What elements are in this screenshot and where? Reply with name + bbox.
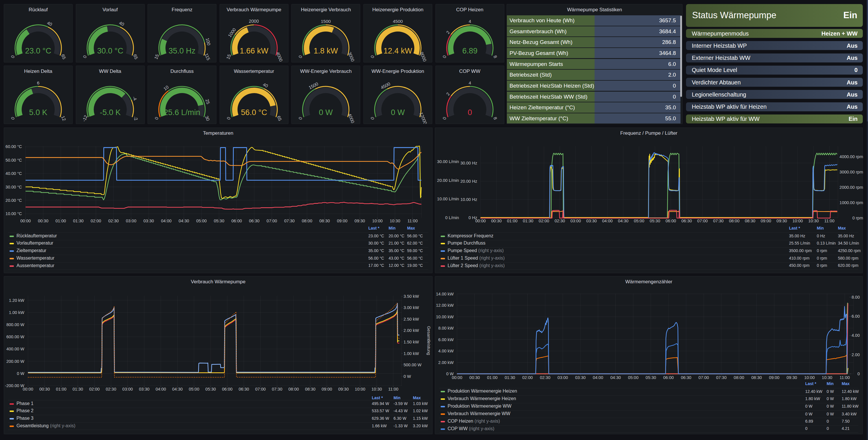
svg-text:30.0 °C: 30.0 °C [97,46,123,55]
svg-text:2.00: 2.00 [851,352,860,357]
svg-text:01:30: 01:30 [505,375,515,380]
svg-text:3000: 3000 [347,51,355,62]
svg-text:0: 0 [441,55,447,59]
svg-text:-12: -12 [81,114,88,122]
svg-text:8.00: 8.00 [851,295,860,300]
svg-text:11:00: 11:00 [840,375,850,380]
svg-text:09:30: 09:30 [787,375,797,380]
svg-text:07:00: 07:00 [255,387,266,392]
svg-text:1.00 kW: 1.00 kW [9,310,24,315]
svg-text:05:00: 05:00 [196,218,207,223]
svg-text:0: 0 [226,116,231,120]
svg-text:04:00: 04:00 [593,375,603,380]
svg-text:30.00 L/min: 30.00 L/min [437,159,459,164]
svg-text:09:30: 09:30 [354,218,365,223]
svg-text:00:00: 00:00 [452,375,462,380]
svg-text:07:30: 07:30 [713,218,724,223]
svg-text:02:30: 02:30 [105,387,116,392]
svg-text:04:30: 04:30 [611,375,621,380]
svg-text:0 L/min: 0 L/min [445,215,459,220]
svg-text:0: 0 [10,55,16,59]
svg-text:5.0 K: 5.0 K [29,108,47,117]
svg-text:03:00: 03:00 [558,375,568,380]
svg-text:01:00: 01:00 [56,218,66,223]
svg-text:1.66 kW: 1.66 kW [240,46,269,55]
svg-text:06:30: 06:30 [681,375,691,380]
svg-text:30.00 Hz: 30.00 Hz [460,161,477,165]
svg-text:0: 0 [468,108,472,117]
svg-text:2: 2 [445,30,451,35]
svg-text:01:30: 01:30 [73,218,84,223]
svg-text:10.00 Hz: 10.00 Hz [460,197,477,202]
svg-text:0: 0 [82,55,87,59]
svg-text:3.50 kW: 3.50 kW [404,294,419,299]
svg-text:02:30: 02:30 [108,218,119,223]
svg-text:05:00: 05:00 [189,387,199,392]
svg-text:800.00 W: 800.00 W [6,322,24,327]
svg-text:40: 40 [118,20,125,27]
svg-text:65: 65 [276,115,283,122]
svg-text:00:00: 00:00 [23,387,33,392]
svg-text:4500: 4500 [393,19,403,24]
svg-text:04:00: 04:00 [156,387,166,392]
svg-text:07:00: 07:00 [697,218,708,223]
svg-text:05:00: 05:00 [628,375,638,380]
svg-text:06:30: 06:30 [239,387,249,392]
svg-text:12: 12 [60,115,67,122]
svg-text:4500: 4500 [380,81,391,90]
svg-text:0 rpm: 0 rpm [852,216,863,220]
svg-text:1.8 kW: 1.8 kW [314,46,338,55]
svg-text:2: 2 [445,91,451,96]
svg-text:0: 0 [298,116,303,120]
svg-text:2000: 2000 [249,19,259,24]
svg-text:07:30: 07:30 [716,375,726,380]
svg-text:0: 0 [857,371,860,376]
svg-text:100: 100 [205,37,212,46]
svg-text:0: 0 [154,116,159,120]
svg-text:01:00: 01:00 [507,218,517,223]
svg-text:3.00 kW: 3.00 kW [404,305,419,310]
svg-text:0 W: 0 W [391,108,405,117]
svg-text:05:00: 05:00 [634,218,644,223]
svg-text:2.50 kW: 2.50 kW [404,317,419,321]
svg-text:00:00: 00:00 [475,218,486,223]
svg-text:14.00 kW: 14.00 kW [436,292,454,296]
svg-text:12.4 kW: 12.4 kW [383,46,412,55]
svg-text:9000: 9000 [419,51,428,62]
svg-text:30.00 °C: 30.00 °C [5,185,22,189]
svg-text:03:30: 03:30 [139,387,149,392]
svg-text:1.00 kW: 1.00 kW [404,351,419,356]
svg-text:0: 0 [370,116,375,120]
svg-text:0 W: 0 W [17,371,24,376]
svg-text:15: 15 [153,54,160,60]
svg-text:06:00: 06:00 [663,375,674,380]
svg-text:08:00: 08:00 [302,218,312,223]
svg-text:10.00 kW: 10.00 kW [436,314,454,319]
svg-text:4.00 kW: 4.00 kW [438,349,454,353]
svg-text:07:30: 07:30 [284,218,294,223]
svg-text:25: 25 [205,98,211,105]
svg-text:10.00 °C: 10.00 °C [5,211,22,216]
svg-text:400.00 W: 400.00 W [6,347,24,351]
svg-text:4: 4 [468,80,471,85]
svg-text:03:30: 03:30 [144,218,154,223]
svg-text:04:30: 04:30 [618,218,628,223]
svg-text:20.00 °C: 20.00 °C [5,198,22,203]
svg-text:2.00 kW: 2.00 kW [404,328,419,333]
svg-text:0: 0 [370,55,375,59]
svg-text:08:30: 08:30 [751,375,762,380]
svg-text:4000: 4000 [347,113,355,124]
svg-text:56.0 °C: 56.0 °C [241,108,267,117]
svg-text:07:00: 07:00 [699,375,709,380]
svg-text:05:30: 05:30 [650,218,660,223]
svg-text:03:00: 03:00 [126,218,136,223]
svg-text:15: 15 [225,54,232,60]
svg-text:01:00: 01:00 [487,375,497,380]
svg-text:11:00: 11:00 [388,387,398,392]
svg-text:500.00 W: 500.00 W [404,363,422,367]
svg-text:07:00: 07:00 [267,218,277,223]
svg-text:08:30: 08:30 [319,218,330,223]
svg-text:12000: 12000 [418,111,428,124]
svg-text:05:30: 05:30 [206,387,216,392]
svg-text:01:30: 01:30 [523,218,533,223]
